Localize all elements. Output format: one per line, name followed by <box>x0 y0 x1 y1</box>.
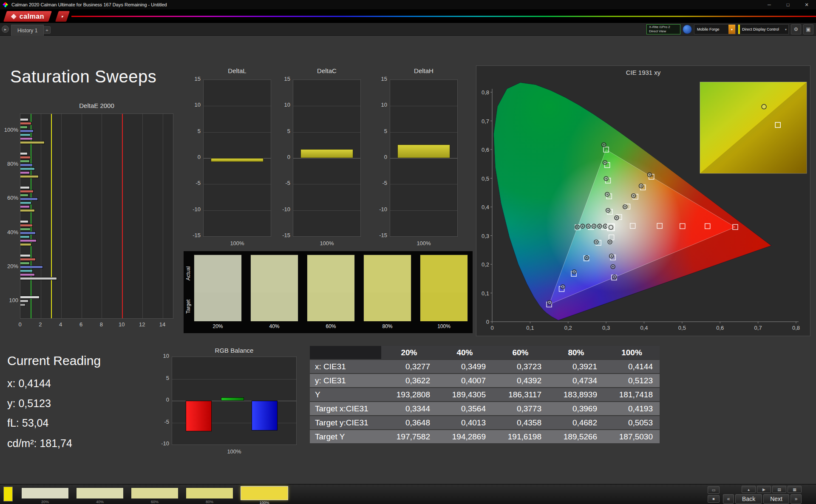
layout-button[interactable]: ▣ <box>803 24 813 34</box>
pattern-swatch-60%[interactable] <box>131 487 178 499</box>
cie-diagram: 00,10,20,30,40,50,60,70,800,10,20,30,40,… <box>476 65 810 336</box>
add-tab-button[interactable]: + <box>43 26 51 34</box>
grid-view-button[interactable]: ▦ <box>788 486 802 493</box>
target-swatch <box>251 292 298 321</box>
play-icon: ▶ <box>762 487 765 492</box>
meter-status-badge[interactable] <box>683 25 692 34</box>
target-swatch <box>364 292 411 321</box>
pattern-swatch-100%[interactable] <box>241 486 288 500</box>
meter-selector[interactable]: X-Rite i1Pro 2 Direct View <box>646 24 680 34</box>
play-button[interactable]: ▶ <box>757 486 771 493</box>
delta-e-bar <box>20 160 30 163</box>
plus-icon: + <box>45 28 48 33</box>
measured-marker-dot <box>604 162 606 163</box>
back-button[interactable]: Back <box>735 494 762 504</box>
delta-e-bar <box>20 141 45 144</box>
source-selector[interactable]: Mobile Forge ▾ <box>694 24 736 34</box>
gridline <box>102 114 102 318</box>
table-cell: 0,3564 <box>437 402 493 415</box>
calman-logo[interactable]: calman <box>3 11 52 22</box>
delta-e-bar <box>20 269 33 272</box>
y-tick-label: 0,4 <box>482 204 489 210</box>
deltae-plot <box>20 113 173 319</box>
group-label: 60% <box>0 195 18 201</box>
pattern-swatch-20%[interactable] <box>21 487 69 499</box>
settings-button[interactable]: ⚙ <box>791 24 801 34</box>
deltal-plot <box>203 79 271 237</box>
y-tick-label: -15 <box>374 232 387 238</box>
swatch-40% <box>250 255 298 321</box>
eject-button[interactable]: ▴ <box>742 486 756 493</box>
table-row-label: y: CIE31 <box>310 374 381 387</box>
measured-marker-dot <box>640 185 642 187</box>
report-button[interactable]: ▤ <box>772 486 786 493</box>
table-row-label: Target Y <box>310 430 381 443</box>
table-cell: 0,3921 <box>548 360 604 373</box>
panel-toggle-button[interactable]: ▸ <box>2 25 9 33</box>
stop-measure-button[interactable]: ■ <box>708 495 720 503</box>
display-control-selector[interactable]: Direct Display Control ▾ <box>738 24 789 34</box>
window-icon: ▣ <box>806 26 810 32</box>
group-label: 80% <box>0 161 18 167</box>
y-tick-label: 0,6 <box>482 147 489 153</box>
table-cell: 0,4734 <box>548 374 604 387</box>
next-button[interactable]: Next <box>763 494 789 504</box>
chevron-right-icon: ▸ <box>4 27 6 31</box>
gridline <box>293 132 360 133</box>
measured-marker-dot <box>562 286 564 287</box>
y-tick-label: 0,8 <box>482 89 489 96</box>
table-cell: 0,4682 <box>548 416 604 429</box>
current-pattern-chip <box>3 487 13 501</box>
actual-swatch <box>420 255 468 292</box>
table-cell: 189,5266 <box>548 430 604 443</box>
chevron-down-icon: ▾ <box>785 28 787 31</box>
y-tick-label: 10 <box>187 102 201 108</box>
minimize-button[interactable]: ─ <box>760 0 779 9</box>
logo-menu-button[interactable]: ▾ <box>55 11 70 22</box>
current-reading-x: x: 0,4144 <box>7 377 51 390</box>
y-tick-label: -10 <box>156 440 169 447</box>
table-cell: 0,3277 <box>381 360 437 373</box>
close-button[interactable]: ✕ <box>797 0 816 9</box>
report-icon: ▤ <box>777 487 781 492</box>
delta-e-bar <box>20 205 30 208</box>
back-fast-button[interactable]: « <box>723 494 734 504</box>
inset-measured-marker <box>762 105 766 109</box>
pattern-swatch-80%[interactable] <box>186 487 233 499</box>
x-tick-label: 0,4 <box>640 325 648 331</box>
chevron-down-icon: ▾ <box>728 25 735 34</box>
table-cell: 0,3773 <box>493 402 548 415</box>
blue-balance-bar <box>252 401 278 430</box>
swatch-label: 20% <box>194 323 242 329</box>
table-cell: 0,4392 <box>493 374 548 387</box>
pattern-window-button[interactable]: ▭ <box>708 486 720 494</box>
delta-e-bar <box>20 224 33 227</box>
maximize-button[interactable]: □ <box>779 0 797 9</box>
x-tick-label: 0,1 <box>526 325 534 331</box>
grid-view-icon: ▦ <box>793 487 796 492</box>
pattern-swatch-label: 80% <box>186 500 233 504</box>
rainbow-strip <box>71 16 816 17</box>
delta-e-bar <box>20 300 28 303</box>
chevron-down-icon: ▾ <box>61 14 64 19</box>
delta-e-bar <box>20 126 28 129</box>
y-tick-label: 15 <box>187 76 201 82</box>
gridline <box>204 106 271 106</box>
y-tick-label: -10 <box>187 206 201 212</box>
pattern-swatch-40%[interactable] <box>76 487 124 499</box>
swatch-label: 40% <box>250 323 298 329</box>
title-bar: Calman 2020 Calman Ultimate for Business… <box>0 0 816 9</box>
next-fast-button[interactable]: » <box>790 494 802 504</box>
target-label: Target <box>185 292 191 321</box>
x-tick-label: 0,3 <box>602 325 610 331</box>
pattern-swatch-label: 40% <box>76 500 124 504</box>
swatch-20% <box>194 255 242 321</box>
table-header-cell: 40% <box>437 346 493 359</box>
y-tick-label: 15 <box>277 76 290 82</box>
window-controls: ─ □ ✕ <box>760 0 816 9</box>
cie-chart-title: CIE 1931 xy <box>476 69 810 76</box>
x-tick-label: 6 <box>75 321 87 328</box>
tab-history-1[interactable]: History 1 <box>11 25 44 36</box>
deltac-chart-title: DeltaC <box>293 67 361 74</box>
maximize-icon: □ <box>787 2 790 7</box>
